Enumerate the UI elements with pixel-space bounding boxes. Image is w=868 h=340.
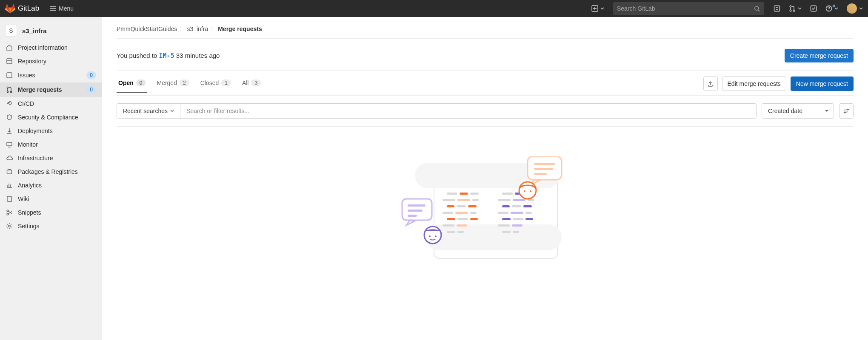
todos-button[interactable] bbox=[810, 5, 817, 12]
help-button[interactable] bbox=[825, 5, 838, 12]
svg-rect-27 bbox=[472, 199, 479, 201]
sidebar-item-packages[interactable]: Packages & Registries bbox=[0, 165, 102, 178]
global-search[interactable] bbox=[613, 2, 764, 15]
search-icon bbox=[754, 6, 760, 12]
sidebar-item-settings[interactable]: Settings bbox=[0, 219, 102, 233]
sort-dropdown[interactable]: Created date bbox=[762, 103, 834, 119]
tab-count: 1 bbox=[221, 79, 231, 86]
sidebar-item-monitor[interactable]: Monitor bbox=[0, 138, 102, 151]
deployments-icon bbox=[6, 128, 13, 134]
shield-icon bbox=[6, 114, 13, 121]
recent-searches-dropdown[interactable]: Recent searches bbox=[117, 104, 180, 118]
filter-input[interactable] bbox=[180, 104, 756, 118]
todo-icon bbox=[810, 5, 817, 12]
tab-open[interactable]: Open 0 bbox=[117, 79, 147, 93]
plus-icon bbox=[591, 5, 598, 12]
sidebar-item-label: Wiki bbox=[18, 196, 96, 202]
breadcrumb: PmmQuickStartGuides 〉 s3_infra 〉 Merge r… bbox=[117, 26, 854, 32]
sidebar-item-issues[interactable]: Issues 0 bbox=[0, 68, 102, 82]
search-input[interactable] bbox=[617, 5, 754, 12]
breadcrumb-project[interactable]: s3_infra bbox=[187, 26, 208, 32]
svg-rect-40 bbox=[457, 231, 464, 233]
svg-rect-34 bbox=[447, 218, 455, 220]
create-merge-request-button[interactable]: Create merge request bbox=[785, 49, 854, 62]
cloud-icon bbox=[6, 155, 13, 162]
push-notification-bar: You pushed to IM-5 33 minutes ago Create… bbox=[117, 45, 854, 70]
avatar bbox=[847, 3, 857, 14]
gitlab-logo-icon[interactable] bbox=[5, 3, 15, 14]
repository-icon bbox=[6, 58, 13, 65]
merge-requests-shortcut-button[interactable] bbox=[789, 5, 802, 12]
export-button[interactable] bbox=[703, 76, 718, 91]
project-sidebar: S s3_infra Project information Repositor… bbox=[0, 17, 102, 340]
count-badge: 0 bbox=[86, 71, 96, 79]
sidebar-item-label: Settings bbox=[18, 223, 96, 230]
svg-rect-61 bbox=[534, 163, 555, 165]
sidebar-item-cicd[interactable]: CI/CD bbox=[0, 97, 102, 110]
svg-rect-54 bbox=[513, 218, 523, 220]
svg-point-73 bbox=[435, 235, 437, 237]
svg-rect-47 bbox=[502, 205, 510, 207]
sidebar-item-wiki[interactable]: Wiki bbox=[0, 192, 102, 206]
svg-point-17 bbox=[7, 210, 9, 212]
create-new-button[interactable] bbox=[591, 5, 604, 12]
issues-shortcut-button[interactable] bbox=[774, 5, 780, 12]
svg-rect-38 bbox=[457, 224, 467, 227]
chevron-down-icon bbox=[170, 110, 174, 112]
sidebar-item-repository[interactable]: Repository bbox=[0, 54, 102, 68]
home-icon bbox=[6, 44, 13, 51]
svg-rect-50 bbox=[498, 212, 508, 214]
sidebar-item-analytics[interactable]: Analytics bbox=[0, 178, 102, 192]
chevron-down-icon bbox=[859, 7, 863, 10]
new-merge-request-button[interactable]: New merge request bbox=[791, 76, 854, 91]
user-menu-button[interactable] bbox=[842, 3, 863, 14]
svg-rect-22 bbox=[447, 193, 457, 195]
svg-rect-52 bbox=[525, 212, 532, 214]
svg-rect-30 bbox=[468, 205, 477, 207]
breadcrumb-current: Merge requests bbox=[218, 26, 262, 32]
svg-rect-33 bbox=[470, 212, 477, 214]
svg-rect-24 bbox=[470, 193, 479, 195]
svg-point-72 bbox=[429, 235, 431, 237]
sidebar-item-project-information[interactable]: Project information bbox=[0, 41, 102, 54]
merge-request-icon bbox=[6, 86, 13, 93]
tab-closed[interactable]: Closed 1 bbox=[199, 79, 233, 93]
svg-point-8 bbox=[828, 10, 829, 11]
empty-state-illustration bbox=[117, 156, 854, 263]
sidebar-item-infrastructure[interactable]: Infrastructure bbox=[0, 151, 102, 165]
sidebar-item-snippets[interactable]: Snippets bbox=[0, 206, 102, 219]
svg-point-70 bbox=[530, 190, 531, 192]
tab-count: 0 bbox=[136, 79, 146, 86]
svg-rect-56 bbox=[498, 224, 510, 227]
sidebar-item-deployments[interactable]: Deployments bbox=[0, 124, 102, 138]
tab-label: Open bbox=[118, 79, 134, 86]
svg-rect-2 bbox=[774, 6, 780, 11]
package-icon bbox=[6, 168, 13, 175]
edit-merge-requests-button[interactable]: Edit merge requests bbox=[722, 76, 786, 91]
help-icon bbox=[825, 5, 832, 12]
tab-label: All bbox=[242, 79, 249, 86]
breadcrumb-group[interactable]: PmmQuickStartGuides bbox=[117, 26, 177, 32]
sort-direction-button[interactable] bbox=[839, 103, 854, 119]
project-header[interactable]: S s3_infra bbox=[0, 20, 102, 41]
sidebar-item-label: Project information bbox=[18, 44, 96, 51]
tab-merged[interactable]: Merged 2 bbox=[155, 79, 191, 93]
monitor-icon bbox=[6, 141, 13, 148]
sidebar-item-security[interactable]: Security & Compliance bbox=[0, 110, 102, 124]
tab-count: 2 bbox=[180, 79, 189, 86]
tab-count: 3 bbox=[251, 79, 261, 86]
chevron-down-icon bbox=[600, 7, 604, 10]
notification-dot-icon bbox=[832, 4, 836, 8]
svg-rect-66 bbox=[408, 210, 423, 212]
sidebar-item-merge-requests[interactable]: Merge requests 0 bbox=[0, 82, 102, 97]
svg-point-69 bbox=[524, 190, 525, 192]
issues-icon bbox=[6, 72, 13, 79]
tab-all[interactable]: All 3 bbox=[240, 79, 263, 93]
filter-bar: Recent searches Created date bbox=[117, 103, 854, 119]
brand-name[interactable]: GitLab bbox=[18, 4, 39, 13]
branch-link[interactable]: IM-5 bbox=[159, 52, 174, 60]
hamburger-menu-button[interactable]: Menu bbox=[49, 5, 74, 12]
svg-rect-55 bbox=[525, 218, 533, 220]
svg-point-3 bbox=[790, 6, 791, 7]
sidebar-item-label: Merge requests bbox=[18, 86, 86, 93]
